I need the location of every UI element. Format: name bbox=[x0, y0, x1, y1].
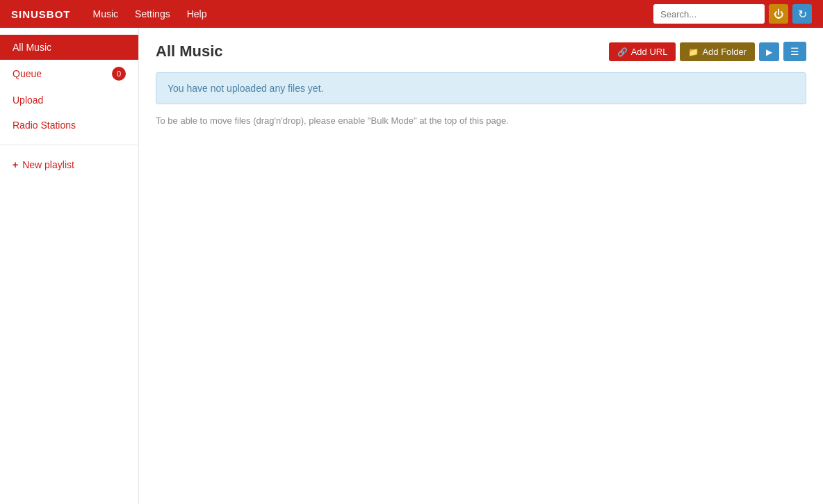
list-icon bbox=[790, 47, 799, 57]
nav-music[interactable]: Music bbox=[93, 8, 119, 19]
plus-icon bbox=[13, 159, 18, 170]
info-message: You have not uploaded any files yet. bbox=[168, 83, 323, 94]
power-icon bbox=[774, 8, 783, 19]
add-folder-label: Add Folder bbox=[702, 47, 747, 57]
play-icon bbox=[766, 47, 772, 57]
link-icon bbox=[617, 47, 628, 57]
main-content: All Music Add URL Add Folder You bbox=[139, 28, 823, 504]
queue-badge: 0 bbox=[112, 67, 126, 81]
sidebar-item-radio-stations[interactable]: Radio Stations bbox=[0, 113, 138, 138]
sidebar-item-upload[interactable]: Upload bbox=[0, 88, 138, 113]
header-right bbox=[653, 4, 812, 24]
radio-stations-label: Radio Stations bbox=[13, 120, 76, 131]
power-button[interactable] bbox=[769, 4, 788, 24]
add-folder-button[interactable]: Add Folder bbox=[680, 42, 755, 61]
search-input[interactable] bbox=[653, 4, 765, 24]
nav-settings[interactable]: Settings bbox=[135, 8, 170, 19]
upload-label: Upload bbox=[13, 95, 43, 106]
refresh-icon bbox=[798, 8, 807, 21]
hint-text: To be able to move files (drag'n'drop), … bbox=[156, 115, 806, 126]
add-url-label: Add URL bbox=[631, 47, 668, 57]
folder-icon bbox=[688, 47, 699, 57]
refresh-button[interactable] bbox=[792, 4, 812, 24]
play-button[interactable] bbox=[759, 42, 779, 61]
queue-label: Queue bbox=[13, 68, 42, 79]
main-header: All Music Add URL Add Folder bbox=[156, 42, 806, 61]
add-url-button[interactable]: Add URL bbox=[609, 42, 676, 61]
nav-help[interactable]: Help bbox=[187, 8, 207, 19]
sidebar: All Music Queue 0 Upload Radio Stations … bbox=[0, 28, 139, 504]
sidebar-divider bbox=[0, 145, 138, 145]
header: SINUSBOT Music Settings Help bbox=[0, 0, 823, 28]
page-title: All Music bbox=[156, 42, 223, 60]
new-playlist-button[interactable]: New playlist bbox=[0, 152, 138, 177]
layout: All Music Queue 0 Upload Radio Stations … bbox=[0, 28, 823, 504]
list-view-button[interactable] bbox=[783, 42, 806, 61]
logo: SINUSBOT bbox=[11, 8, 71, 20]
new-playlist-label: New playlist bbox=[22, 159, 74, 170]
sidebar-item-all-music[interactable]: All Music bbox=[0, 35, 138, 60]
action-buttons: Add URL Add Folder bbox=[609, 42, 806, 61]
sidebar-item-queue[interactable]: Queue 0 bbox=[0, 60, 138, 88]
info-box: You have not uploaded any files yet. bbox=[156, 72, 806, 104]
